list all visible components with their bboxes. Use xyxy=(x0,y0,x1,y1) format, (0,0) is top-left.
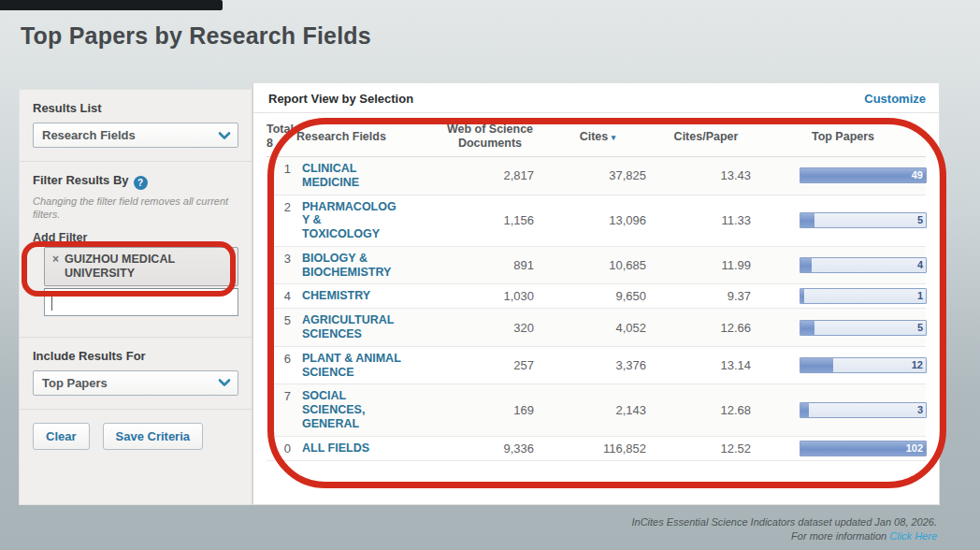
table-header-row: Total: 8 Research Fields Web of Science … xyxy=(267,117,926,157)
top-papers-bar: 12 xyxy=(800,357,927,373)
chevron-down-icon xyxy=(217,128,232,143)
top-papers-cell: 12 xyxy=(758,354,928,377)
wos-documents-cell: 891 xyxy=(439,253,541,277)
research-field-link[interactable]: SOCIAL SCIENCES, GENERAL xyxy=(296,384,439,435)
rank-cell: 4 xyxy=(267,284,296,308)
table-row: 4CHEMISTRY1,0309,6509.371 xyxy=(267,284,926,309)
text-caret xyxy=(51,295,52,311)
top-papers-bar-fill xyxy=(800,258,812,272)
results-list-dropdown[interactable]: Research Fields xyxy=(33,123,238,148)
top-papers-value: 102 xyxy=(906,442,923,454)
add-filter-label: Add Filter xyxy=(33,231,238,244)
table-row: 6PLANT & ANIMAL SCIENCE2573,37613.1412 xyxy=(267,347,926,385)
more-info-text: For more information xyxy=(791,530,886,542)
research-field-link[interactable]: PLANT & ANIMAL SCIENCE xyxy=(296,347,439,384)
top-left-dark-strip xyxy=(0,0,223,10)
research-field-link[interactable]: BIOLOGY & BIOCHEMISTRY xyxy=(296,247,439,284)
cites-header-text: Cites xyxy=(580,130,609,143)
top-papers-value: 4 xyxy=(917,259,923,270)
top-papers-bar: 4 xyxy=(800,257,927,273)
cites-per-paper-cell: 11.33 xyxy=(654,209,758,232)
wos-documents-cell: 320 xyxy=(439,316,541,340)
table-row: 1CLINICAL MEDICINE2,81737,82513.4349 xyxy=(267,157,926,195)
filter-results-label-text: Filter Results By xyxy=(33,173,129,187)
wos-documents-cell: 2,817 xyxy=(439,164,541,187)
research-field-link[interactable]: PHARMACOLOG Y & TOXICOLOGY xyxy=(296,195,439,246)
cites-per-paper-cell: 12.66 xyxy=(654,316,758,340)
results-list-selected: Research Fields xyxy=(42,128,136,142)
save-criteria-button[interactable]: Save Criteria xyxy=(103,423,204,450)
cites-cell: 37,825 xyxy=(541,164,654,187)
sidebar-buttons: Clear Save Criteria xyxy=(20,410,252,463)
top-papers-cell: 102 xyxy=(758,437,928,460)
wos-documents-cell: 1,030 xyxy=(439,284,541,308)
cites-cell: 3,376 xyxy=(541,354,654,377)
wos-documents-cell: 169 xyxy=(439,398,541,422)
dataset-updated-text: InCites Essential Science Indicators dat… xyxy=(631,515,937,529)
research-field-link[interactable]: CHEMISTRY xyxy=(296,284,439,308)
filter-tag[interactable]: × GUIZHOU MEDICAL UNIVERSITY xyxy=(44,247,238,286)
clear-button[interactable]: Clear xyxy=(33,423,90,450)
cites-cell: 4,052 xyxy=(541,316,654,340)
cites-per-paper-cell: 13.14 xyxy=(654,354,758,377)
cites-cell: 2,143 xyxy=(541,398,654,422)
wos-documents-cell: 257 xyxy=(439,354,541,377)
top-papers-bar: 49 xyxy=(800,167,927,183)
total-count-label: Total: 8 xyxy=(267,117,296,156)
top-papers-bar-fill xyxy=(800,168,926,182)
filter-note: Changing the filter field removes all cu… xyxy=(33,195,238,222)
cites-per-paper-cell: 11.99 xyxy=(654,253,758,277)
include-results-dropdown[interactable]: Top Papers xyxy=(33,370,238,396)
col-header-wos-documents: Web of Science Documents xyxy=(439,117,541,156)
add-filter-input[interactable] xyxy=(44,288,238,316)
top-papers-cell: 1 xyxy=(758,284,928,308)
rank-cell: 5 xyxy=(267,309,296,332)
top-papers-bar: 3 xyxy=(800,402,927,418)
report-header-bar: Report View by Selection Customize xyxy=(253,83,939,113)
filter-tag-label: GUIZHOU MEDICAL UNIVERSITY xyxy=(65,253,205,281)
top-papers-cell: 3 xyxy=(758,398,928,422)
help-icon[interactable]: ? xyxy=(134,176,148,190)
include-results-section: Include Results For Top Papers xyxy=(20,338,252,410)
col-header-top-papers: Top Papers xyxy=(758,124,928,150)
cites-cell: 116,852 xyxy=(541,437,654,460)
rank-cell: 0 xyxy=(267,437,296,460)
table-row: 5AGRICULTURAL SCIENCES3204,05212.665 xyxy=(267,309,926,347)
more-info-line: For more information Click Here xyxy=(631,529,937,543)
top-papers-bar-fill xyxy=(800,213,814,227)
rank-cell: 6 xyxy=(267,347,296,370)
page-title: Top Papers by Research Fields xyxy=(21,22,371,50)
report-view-title: Report View by Selection xyxy=(268,92,413,106)
top-papers-value: 49 xyxy=(912,169,923,181)
top-papers-bar-fill xyxy=(800,358,833,372)
research-field-link[interactable]: CLINICAL MEDICINE xyxy=(296,157,439,195)
table-body: 1CLINICAL MEDICINE2,81737,82513.43492PHA… xyxy=(267,157,926,461)
top-papers-bar: 5 xyxy=(800,320,927,336)
click-here-link[interactable]: Click Here xyxy=(889,530,937,542)
col-header-cites[interactable]: Cites ▾ xyxy=(541,124,654,150)
wos-documents-cell: 9,336 xyxy=(439,437,541,460)
cites-per-paper-cell: 9.37 xyxy=(654,284,758,308)
report-panel: Report View by Selection Customize Total… xyxy=(252,82,940,505)
top-papers-cell: 49 xyxy=(758,164,928,187)
top-papers-bar-fill xyxy=(800,403,809,417)
app-window: Top Papers by Research Fields Results Li… xyxy=(0,0,980,550)
customize-link[interactable]: Customize xyxy=(864,92,926,106)
research-field-link[interactable]: AGRICULTURAL SCIENCES xyxy=(296,309,439,346)
table-row: 2PHARMACOLOG Y & TOXICOLOGY1,15613,09611… xyxy=(267,195,926,247)
research-field-link[interactable]: ALL FIELDS xyxy=(296,437,439,460)
cites-per-paper-cell: 12.68 xyxy=(654,398,758,422)
filter-section: Filter Results By? Changing the filter f… xyxy=(20,162,252,338)
results-table: Total: 8 Research Fields Web of Science … xyxy=(267,117,926,461)
table-row: 0ALL FIELDS9,336116,85212.52102 xyxy=(267,437,926,461)
top-papers-value: 5 xyxy=(917,214,923,225)
rank-cell: 2 xyxy=(267,195,296,219)
rank-cell: 1 xyxy=(267,157,296,181)
cites-cell: 9,650 xyxy=(541,284,654,308)
top-papers-bar: 1 xyxy=(800,288,927,304)
results-list-section: Results List Research Fields xyxy=(20,90,252,162)
filter-results-label: Filter Results By? xyxy=(33,173,238,190)
top-papers-cell: 5 xyxy=(758,316,928,340)
table-row: 7SOCIAL SCIENCES, GENERAL1692,14312.683 xyxy=(267,384,926,436)
remove-filter-icon[interactable]: × xyxy=(52,253,59,266)
